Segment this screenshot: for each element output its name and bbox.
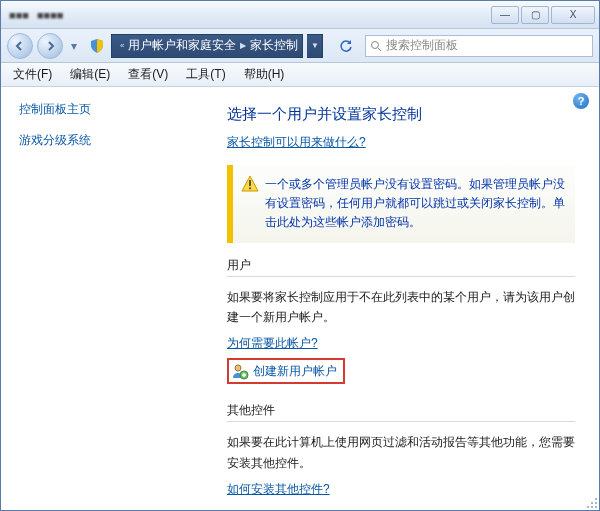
menu-file[interactable]: 文件(F) [5, 63, 60, 86]
chevron-icon: « [116, 41, 128, 50]
search-placeholder: 搜索控制面板 [386, 37, 458, 54]
section-other: 其他控件 [227, 402, 575, 422]
content-pane: ? 选择一个用户并设置家长控制 家长控制可以用来做什么? 一个或多个管理员帐户没… [209, 87, 599, 510]
install-other-link[interactable]: 如何安装其他控件? [227, 481, 575, 498]
close-button[interactable]: X [551, 6, 595, 24]
menu-edit[interactable]: 编辑(E) [62, 63, 118, 86]
sidebar-item-rating[interactable]: 游戏分级系统 [19, 132, 199, 149]
svg-point-0 [372, 41, 379, 48]
what-can-do-link[interactable]: 家长控制可以用来做什么? [227, 135, 366, 149]
warning-box[interactable]: 一个或多个管理员帐户没有设置密码。如果管理员帐户没有设置密码，任何用户就都可以跳… [227, 165, 575, 243]
other-body: 如果要在此计算机上使用网页过滤和活动报告等其他功能，您需要安装其他控件。 [227, 432, 575, 473]
users-body: 如果要将家长控制应用于不在此列表中的某个用户，请为该用户创建一个新用户帐户。 [227, 287, 575, 328]
menu-help[interactable]: 帮助(H) [236, 63, 293, 86]
arrow-left-icon [14, 40, 26, 52]
breadcrumb-dropdown[interactable]: ▼ [307, 34, 323, 58]
breadcrumb-item[interactable]: 家长控制 [250, 37, 298, 54]
breadcrumb[interactable]: « 用户帐户和家庭安全 ▶ 家长控制 [111, 34, 303, 58]
create-user-link[interactable]: 创建新用户帐户 [253, 363, 337, 380]
resize-grip[interactable] [583, 494, 597, 508]
section-users: 用户 [227, 257, 575, 277]
arrow-right-icon [44, 40, 56, 52]
search-input[interactable]: 搜索控制面板 [365, 35, 593, 57]
back-button[interactable] [7, 33, 33, 59]
svg-point-4 [235, 365, 241, 371]
address-bar: ▾ « 用户帐户和家庭安全 ▶ 家长控制 ▼ 搜索控制面板 [1, 29, 599, 63]
breadcrumb-item[interactable]: 用户帐户和家庭安全 [128, 37, 236, 54]
history-dropdown[interactable]: ▾ [67, 35, 81, 57]
warning-icon [241, 175, 259, 193]
chevron-right-icon: ▶ [236, 41, 250, 50]
blur-text: ■■■ [9, 9, 29, 21]
svg-rect-3 [249, 187, 251, 189]
sidebar: 控制面板主页 游戏分级系统 [1, 87, 209, 510]
sidebar-item-home[interactable]: 控制面板主页 [19, 101, 199, 118]
menu-tools[interactable]: 工具(T) [178, 63, 233, 86]
create-user-highlight: 创建新用户帐户 [227, 358, 345, 384]
menu-view[interactable]: 查看(V) [120, 63, 176, 86]
svg-rect-2 [249, 180, 251, 186]
svg-line-1 [378, 48, 381, 51]
window-titlebar: ■■■ ■■■■ — ▢ X [1, 1, 599, 29]
menu-bar: 文件(F) 编辑(E) 查看(V) 工具(T) 帮助(H) [1, 63, 599, 87]
minimize-button[interactable]: — [491, 6, 519, 24]
maximize-button[interactable]: ▢ [521, 6, 549, 24]
refresh-icon [339, 39, 353, 53]
search-icon [370, 40, 382, 52]
refresh-button[interactable] [335, 35, 357, 57]
warning-text: 一个或多个管理员帐户没有设置密码。如果管理员帐户没有设置密码，任何用户就都可以跳… [265, 175, 565, 233]
shield-icon [89, 38, 105, 54]
page-title: 选择一个用户并设置家长控制 [227, 105, 575, 124]
blur-text: ■■■■ [37, 9, 64, 21]
why-account-link[interactable]: 为何需要此帐户? [227, 335, 575, 352]
help-button[interactable]: ? [573, 93, 589, 109]
forward-button[interactable] [37, 33, 63, 59]
user-add-icon [231, 362, 249, 380]
title-left: ■■■ ■■■■ [9, 9, 64, 21]
main-area: 控制面板主页 游戏分级系统 ? 选择一个用户并设置家长控制 家长控制可以用来做什… [1, 87, 599, 510]
